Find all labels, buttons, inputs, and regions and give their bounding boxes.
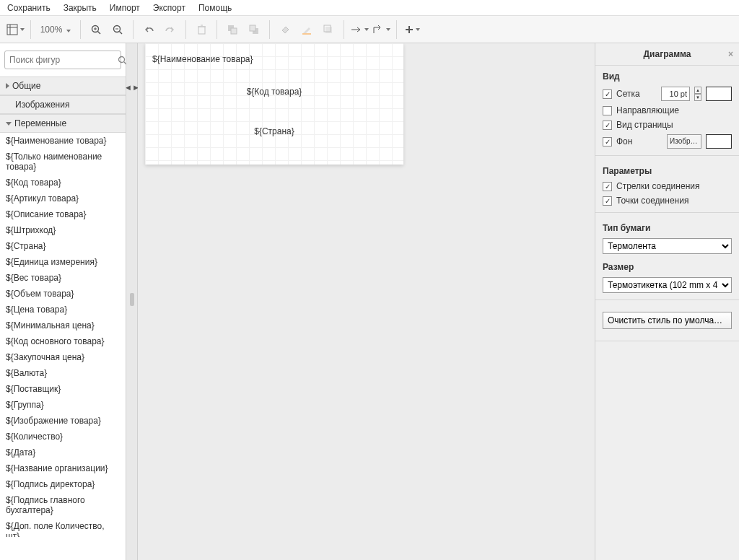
conn-arrows-label: Стрелки соединения (616, 181, 699, 191)
undo-button[interactable] (138, 19, 159, 40)
variable-item[interactable]: ${Количество} (0, 429, 126, 445)
paper-type-select[interactable]: Термолента (603, 238, 732, 254)
conn-points-checkbox[interactable] (603, 196, 612, 206)
background-image-button[interactable]: Изобр… (667, 134, 701, 149)
menu-import[interactable]: Импорт (110, 3, 140, 13)
sidebar-right: Диаграмма × Вид Сетка 10 pt ▲▼ Направляю… (595, 43, 739, 560)
variable-item[interactable]: ${Название организации} (0, 460, 126, 476)
grid-label: Сетка (616, 89, 657, 99)
menu-save[interactable]: Сохранить (7, 3, 51, 13)
variable-item[interactable]: ${Подпись главного бухгалтера} (0, 492, 126, 518)
variable-item[interactable]: ${Подпись директора} (0, 476, 126, 492)
background-color-swatch[interactable] (706, 134, 732, 149)
close-icon[interactable]: × (728, 49, 733, 59)
menubar: Сохранить Закрыть Импорт Экспорт Помощь (0, 0, 739, 16)
conn-points-label: Точки соединения (616, 196, 688, 206)
palette-group-general[interactable]: Общие (0, 76, 126, 95)
variable-item[interactable]: ${Описание товара} (0, 206, 126, 222)
search-box[interactable] (4, 51, 121, 69)
zoom-out-button[interactable] (107, 19, 128, 40)
svg-rect-16 (250, 25, 255, 31)
zoom-level[interactable]: 100% (35, 25, 76, 35)
variable-item[interactable]: ${Страна} (0, 238, 126, 254)
variable-item[interactable]: ${Наименование товара} (0, 133, 126, 149)
variable-item[interactable]: ${Штрихкод} (0, 222, 126, 238)
left-splitter[interactable]: ◄► (126, 43, 138, 560)
line-color-button[interactable] (296, 19, 318, 40)
page[interactable]: ${Наименование товара} ${Код товара} ${С… (145, 43, 403, 165)
background-label: Фон (616, 136, 663, 146)
svg-line-8 (120, 31, 123, 34)
variable-item[interactable]: ${Дата} (0, 445, 126, 460)
section-view-label: Вид (595, 66, 739, 84)
page-view-label: Вид страницы (616, 120, 673, 130)
delete-button[interactable] (191, 19, 212, 40)
variable-item[interactable]: ${Валюта} (0, 365, 126, 381)
variable-item[interactable]: ${Артикул товара} (0, 191, 126, 206)
panel-title: Диаграмма × (595, 43, 739, 66)
page-view-checkbox[interactable] (603, 121, 612, 130)
redo-button[interactable] (159, 19, 181, 40)
variable-item[interactable]: ${Объем товара} (0, 286, 126, 302)
menu-close[interactable]: Закрыть (64, 3, 97, 13)
svg-rect-17 (302, 33, 311, 35)
variable-item[interactable]: ${Доп. поле Количество, шт} (0, 518, 126, 537)
menu-help[interactable]: Помощь (198, 3, 232, 13)
conn-arrows-checkbox[interactable] (603, 182, 612, 191)
svg-line-4 (98, 31, 101, 34)
variable-item[interactable]: ${Поставщик} (0, 381, 126, 397)
insert-button[interactable] (401, 19, 423, 40)
guides-checkbox[interactable] (603, 106, 612, 115)
fill-color-button[interactable] (274, 19, 296, 40)
canvas-element-country[interactable]: ${Страна} (145, 126, 403, 136)
to-back-button[interactable] (243, 19, 265, 40)
paper-type-label: Тип бумаги (595, 217, 739, 236)
grid-size-input[interactable]: 10 pt (661, 87, 690, 101)
section-params-label: Параметры (595, 160, 739, 179)
waypoint-button[interactable] (370, 19, 392, 40)
size-select[interactable]: Термоэтикетка (102 mm x 47 (603, 277, 732, 293)
grid-checkbox[interactable] (603, 89, 612, 99)
variable-item[interactable]: ${Изображение товара} (0, 413, 126, 429)
size-label: Размер (595, 256, 739, 275)
splitter-knob-icon (130, 293, 134, 306)
connection-button[interactable] (349, 19, 370, 40)
svg-rect-18 (325, 27, 332, 33)
menu-export[interactable]: Экспорт (153, 3, 185, 13)
search-input[interactable] (9, 55, 118, 65)
variable-item[interactable]: ${Группа} (0, 397, 126, 413)
background-checkbox[interactable] (603, 137, 612, 146)
clear-style-button[interactable]: Очистить стиль по умолчан… (603, 312, 732, 329)
to-front-button[interactable] (222, 19, 243, 40)
palette-group-variables[interactable]: Переменные (0, 114, 126, 133)
svg-rect-0 (7, 25, 17, 35)
grid-size-stepper[interactable]: ▲▼ (694, 87, 701, 101)
variable-item[interactable]: ${Единица измерения} (0, 254, 126, 270)
canvas-element-code[interactable]: ${Код товара} (145, 87, 403, 97)
view-mode-button[interactable] (4, 19, 26, 40)
variable-item[interactable]: ${Минимальная цена} (0, 318, 126, 333)
variable-item[interactable]: ${Вес товара} (0, 270, 126, 286)
variable-item[interactable]: ${Цена товара} (0, 302, 126, 318)
svg-rect-10 (198, 27, 205, 34)
toolbar: 100% (0, 16, 739, 43)
variable-list: ${Наименование товара}${Только наименова… (0, 133, 126, 537)
zoom-in-button[interactable] (85, 19, 107, 40)
palette-group-images[interactable]: Изображения (0, 95, 126, 114)
variable-item[interactable]: ${Код товара} (0, 175, 126, 191)
shadow-button[interactable] (318, 19, 339, 40)
guides-label: Направляющие (616, 105, 679, 115)
svg-rect-14 (231, 28, 237, 34)
sidebar-left: Общие Изображения Переменные ${Наименова… (0, 43, 126, 560)
variable-item[interactable]: ${Код основного товара} (0, 333, 126, 349)
canvas-element-name[interactable]: ${Наименование товара} (152, 54, 282, 64)
variable-item[interactable]: ${Только наименование товара} (0, 149, 126, 175)
grid-color-swatch[interactable] (706, 87, 732, 101)
variable-item[interactable]: ${Закупочная цена} (0, 349, 126, 365)
canvas[interactable]: ${Наименование товара} ${Код товара} ${С… (138, 43, 595, 560)
svg-point-23 (119, 56, 125, 62)
